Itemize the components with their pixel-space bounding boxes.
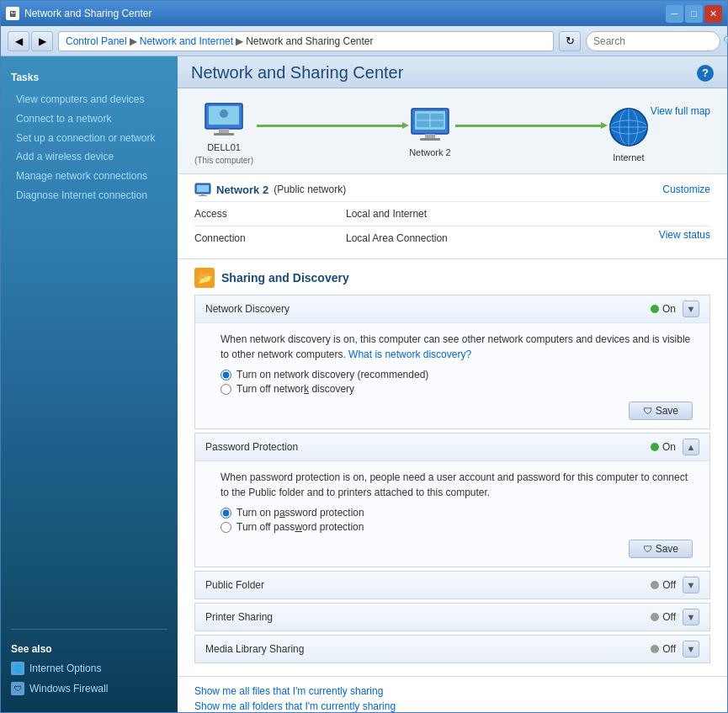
printer-status-text: Off: [662, 611, 676, 623]
sidebar-item-windows-firewall[interactable]: 🛡 Windows Firewall: [11, 680, 167, 697]
discovery-status-row: On ▼: [651, 301, 699, 317]
windows-firewall-icon: 🛡: [11, 682, 24, 695]
svg-rect-8: [420, 138, 440, 141]
title-bar: 🖥 Network and Sharing Center ─ □ ✕: [1, 1, 727, 26]
discovery-item-header-printer[interactable]: Printer Sharing Off ▼: [195, 604, 709, 631]
sidebar-item-internet-options[interactable]: 🌐 Internet Options: [11, 660, 167, 677]
public-expand-btn[interactable]: ▼: [683, 577, 699, 593]
network-discovery-status-dot: [651, 305, 659, 313]
address-bar: ◀ ▶ Control Panel ▶ Network and Internet…: [1, 26, 727, 56]
node-computer-sublabel: (This computer): [194, 156, 253, 165]
sharing-section: 📂 Sharing and Discovery Network Discover…: [178, 259, 727, 673]
sidebar-item-diagnose[interactable]: Diagnose Internet connection: [11, 186, 167, 205]
sidebar-item-wireless[interactable]: Add a wireless device: [11, 147, 167, 167]
network-nodes: DELL01 (This computer): [194, 102, 651, 165]
internet-options-label: Internet Options: [29, 662, 101, 674]
public-status-row: Off ▼: [651, 577, 699, 593]
connection-row: Connection Local Area Connection View st…: [194, 226, 710, 250]
sidebar-item-connect[interactable]: Connect to a network: [11, 109, 167, 129]
bottom-links: Show me all files that I'm currently sha…: [178, 676, 727, 712]
connector-1: [253, 125, 408, 127]
maximize-button[interactable]: □: [685, 5, 703, 23]
network-discovery-status-text: On: [662, 303, 676, 315]
radio-turn-on-discovery[interactable]: Turn on network discovery (recommended): [221, 369, 693, 380]
radio-off-discovery-input[interactable]: [221, 384, 231, 395]
discovery-save-row: 🛡 Save: [221, 402, 693, 420]
radio-turn-off-discovery[interactable]: Turn off network discovery: [221, 383, 693, 395]
discovery-label-network: Network Discovery: [205, 303, 290, 315]
connection-label: Connection: [194, 229, 346, 247]
content-panel: Network and Sharing Center ?: [178, 56, 727, 712]
refresh-button[interactable]: ↻: [559, 31, 581, 51]
radio-off-discovery-label: Turn off network discovery: [236, 383, 354, 395]
what-is-network-discovery-link[interactable]: What is network discovery?: [348, 349, 471, 360]
radio-on-discovery-input[interactable]: [221, 370, 231, 380]
media-status-text: Off: [662, 643, 676, 655]
forward-button[interactable]: ▶: [31, 31, 53, 51]
minimize-button[interactable]: ─: [666, 5, 683, 23]
discovery-item-public-folder: Public Folder Off ▼: [194, 571, 710, 599]
back-button[interactable]: ◀: [8, 31, 29, 51]
address-path[interactable]: Control Panel ▶ Network and Internet ▶ N…: [58, 31, 554, 51]
radio-on-password-label: Turn on password protection: [236, 507, 364, 519]
discovery-item-header-public[interactable]: Public Folder Off ▼: [195, 572, 709, 599]
printer-expand-btn[interactable]: ▼: [683, 609, 699, 625]
printer-status-dot: [651, 613, 659, 621]
node-network-label: Network 2: [409, 147, 451, 157]
password-save-row: 🛡 Save: [221, 540, 693, 558]
network-name: Network 2 (Public network): [194, 183, 346, 196]
discovery-item-printer: Printer Sharing Off ▼: [194, 603, 710, 631]
password-status-text: On: [662, 441, 676, 453]
discovery-item-header-password[interactable]: Password Protection On ▲: [195, 434, 709, 460]
view-full-map-link[interactable]: View full map: [651, 105, 710, 117]
discovery-item-network-discovery: Network Discovery On ▼ When network disc…: [194, 295, 710, 429]
media-expand-btn[interactable]: ▼: [683, 641, 699, 657]
connector-2: [452, 125, 607, 127]
nav-buttons: ◀ ▶: [8, 31, 53, 51]
discovery-item-header-network[interactable]: Network Discovery On ▼: [195, 295, 709, 322]
sidebar-item-manage[interactable]: Manage network connections: [11, 167, 167, 186]
access-row: Access Local and Internet: [194, 201, 710, 226]
password-save-button[interactable]: 🛡 Save: [629, 540, 693, 558]
show-folders-link[interactable]: Show me all folders that I'm currently s…: [194, 700, 710, 712]
sidebar: Tasks View computers and devices Connect…: [1, 56, 178, 712]
network-discovery-status: On: [651, 303, 676, 315]
password-expand-btn[interactable]: ▲: [683, 439, 699, 455]
tasks-title: Tasks: [11, 72, 167, 83]
svg-point-4: [220, 109, 228, 118]
window-title: Network and Sharing Center: [24, 8, 151, 19]
sidebar-item-setup[interactable]: Set up a connection or network: [11, 129, 167, 148]
breadcrumb-sep-2: ▶: [236, 35, 243, 47]
radio-turn-on-password[interactable]: Turn on password protection: [221, 507, 693, 519]
radio-on-discovery-label: Turn on network discovery (recommended): [236, 369, 428, 380]
discovery-item-header-media[interactable]: Media Library Sharing Off ▼: [195, 636, 709, 662]
breadcrumb-network-internet[interactable]: Network and Internet: [140, 35, 233, 47]
network-discovery-text: When network discovery is on, this compu…: [221, 332, 693, 362]
globe-icon: [607, 105, 651, 149]
sharing-title: Sharing and Discovery: [221, 271, 349, 285]
access-value: Local and Internet: [346, 205, 710, 223]
svg-rect-2: [219, 129, 229, 133]
page-title: Network and Sharing Center: [191, 63, 403, 82]
discovery-save-button[interactable]: 🛡 Save: [629, 402, 693, 420]
network-discovery-expand-btn[interactable]: ▼: [683, 301, 699, 317]
discovery-body-password: When password protection is on, people n…: [195, 460, 709, 567]
node-computer: DELL01 (This computer): [194, 102, 253, 165]
radio-turn-off-password[interactable]: Turn off password protection: [221, 521, 693, 533]
breadcrumb-sep-1: ▶: [130, 35, 137, 47]
search-input[interactable]: [593, 35, 720, 47]
show-files-link[interactable]: Show me all files that I'm currently sha…: [194, 685, 710, 697]
close-button[interactable]: ✕: [704, 5, 722, 23]
password-save-label: Save: [656, 543, 678, 555]
help-icon[interactable]: ?: [697, 65, 714, 82]
search-icon[interactable]: 🔍: [723, 35, 728, 47]
password-save-icon: 🛡: [643, 544, 652, 554]
radio-off-password-input[interactable]: [221, 522, 231, 533]
radio-on-password-input[interactable]: [221, 508, 231, 519]
breadcrumb-control-panel[interactable]: Control Panel: [66, 35, 127, 47]
network-info: Network 2 (Public network) Customize Acc…: [178, 174, 727, 259]
view-status-link[interactable]: View status: [659, 229, 710, 247]
sidebar-item-view-computers[interactable]: View computers and devices: [11, 90, 167, 109]
customize-link[interactable]: Customize: [662, 184, 710, 195]
svg-rect-21: [199, 195, 207, 196]
